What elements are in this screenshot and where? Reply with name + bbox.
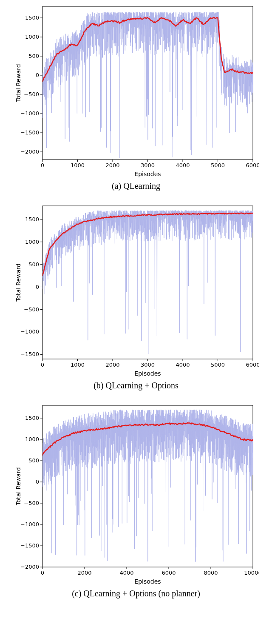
svg-text:Episodes: Episodes bbox=[134, 578, 161, 585]
svg-text:2000: 2000 bbox=[77, 570, 91, 576]
svg-text:−500: −500 bbox=[24, 91, 39, 97]
chart-b-plot: 0100020003000400050006000−1500−1000−5000… bbox=[13, 199, 259, 378]
svg-text:2000: 2000 bbox=[105, 162, 119, 168]
svg-text:6000: 6000 bbox=[246, 362, 259, 368]
svg-text:500: 500 bbox=[28, 53, 39, 59]
chart-a-caption: (a) QLearning bbox=[0, 181, 272, 191]
svg-text:1500: 1500 bbox=[25, 415, 39, 421]
svg-text:−500: −500 bbox=[24, 500, 39, 506]
svg-text:−1000: −1000 bbox=[20, 110, 39, 117]
svg-text:4000: 4000 bbox=[119, 570, 133, 576]
svg-text:6000: 6000 bbox=[162, 570, 176, 576]
svg-text:5000: 5000 bbox=[211, 362, 225, 368]
svg-text:1000: 1000 bbox=[25, 34, 39, 40]
svg-text:2000: 2000 bbox=[105, 362, 119, 368]
chart-b-block: 0100020003000400050006000−1500−1000−5000… bbox=[0, 199, 272, 390]
svg-text:−2000: −2000 bbox=[20, 148, 39, 155]
svg-text:0: 0 bbox=[36, 72, 39, 78]
svg-text:0: 0 bbox=[41, 570, 44, 576]
svg-text:1000: 1000 bbox=[71, 362, 85, 368]
svg-text:−500: −500 bbox=[24, 306, 39, 313]
svg-text:10000: 10000 bbox=[244, 570, 259, 576]
chart-c-block: 0200040006000800010000−2000−1500−1000−50… bbox=[0, 399, 272, 598]
chart-a-svg: 0100020003000400050006000−2000−1500−1000… bbox=[13, 0, 259, 179]
svg-text:Total Reward: Total Reward bbox=[15, 263, 22, 302]
svg-text:500: 500 bbox=[28, 261, 39, 268]
chart-b-caption: (b) QLearning + Options bbox=[0, 381, 272, 390]
svg-text:1500: 1500 bbox=[25, 216, 39, 222]
chart-a-block: 0100020003000400050006000−2000−1500−1000… bbox=[0, 0, 272, 191]
svg-text:1000: 1000 bbox=[71, 162, 85, 168]
svg-text:0: 0 bbox=[41, 362, 44, 368]
svg-text:−1500: −1500 bbox=[20, 351, 39, 357]
svg-text:4000: 4000 bbox=[176, 162, 190, 168]
chart-a-plot: 0100020003000400050006000−2000−1500−1000… bbox=[13, 0, 259, 179]
svg-text:−2000: −2000 bbox=[20, 564, 39, 570]
svg-text:8000: 8000 bbox=[204, 570, 218, 576]
svg-text:0: 0 bbox=[41, 162, 44, 168]
svg-text:−1500: −1500 bbox=[20, 542, 39, 549]
chart-c-svg: 0200040006000800010000−2000−1500−1000−50… bbox=[13, 399, 259, 586]
svg-text:−1500: −1500 bbox=[20, 129, 39, 136]
chart-c-caption: (c) QLearning + Options (no planner) bbox=[0, 589, 272, 598]
chart-b-svg: 0100020003000400050006000−1500−1000−5000… bbox=[13, 199, 259, 378]
svg-text:0: 0 bbox=[36, 479, 39, 485]
svg-text:Episodes: Episodes bbox=[134, 171, 161, 177]
svg-text:−1000: −1000 bbox=[20, 521, 39, 527]
svg-text:0: 0 bbox=[36, 284, 39, 290]
svg-text:Total Reward: Total Reward bbox=[15, 64, 22, 102]
svg-text:Total Reward: Total Reward bbox=[15, 467, 22, 505]
chart-c-plot: 0200040006000800010000−2000−1500−1000−50… bbox=[13, 399, 259, 586]
svg-text:4000: 4000 bbox=[176, 362, 190, 368]
svg-text:1000: 1000 bbox=[25, 436, 39, 442]
svg-text:5000: 5000 bbox=[211, 162, 225, 168]
figure-page: 0100020003000400050006000−2000−1500−1000… bbox=[0, 0, 272, 598]
svg-text:500: 500 bbox=[28, 457, 39, 464]
svg-text:6000: 6000 bbox=[246, 162, 259, 168]
svg-text:3000: 3000 bbox=[141, 162, 155, 168]
svg-text:1000: 1000 bbox=[25, 239, 39, 245]
svg-text:3000: 3000 bbox=[141, 362, 155, 368]
svg-text:Episodes: Episodes bbox=[134, 370, 161, 377]
svg-text:−1000: −1000 bbox=[20, 328, 39, 335]
svg-text:1500: 1500 bbox=[25, 14, 39, 21]
